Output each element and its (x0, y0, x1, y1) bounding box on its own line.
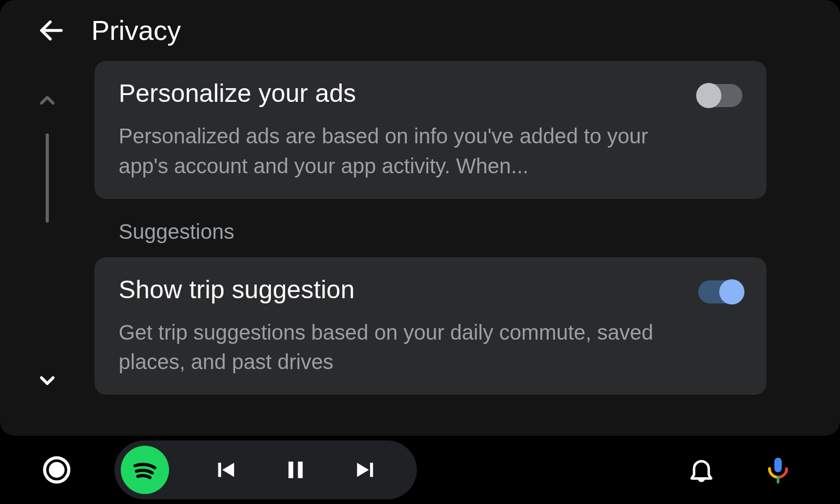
scroll-up-button[interactable] (36, 77, 59, 124)
media-next-button[interactable] (352, 456, 380, 484)
page-title: Privacy (91, 15, 181, 46)
spotify-app-button[interactable] (121, 446, 169, 494)
scrollbar-track[interactable] (46, 128, 49, 353)
assistant-button[interactable] (763, 455, 793, 485)
toggle-knob (719, 279, 744, 304)
pause-icon (281, 456, 310, 484)
microphone-icon (763, 455, 793, 485)
notifications-button[interactable] (687, 455, 716, 485)
media-controls (114, 440, 417, 499)
svg-rect-3 (774, 458, 782, 472)
home-icon (43, 456, 70, 484)
scroll-indicator (0, 61, 94, 436)
svg-rect-2 (298, 461, 303, 478)
setting-description: Personalized ads are based on info you'v… (119, 121, 679, 181)
skip-previous-icon (211, 456, 239, 484)
back-button[interactable] (37, 16, 66, 45)
setting-trip-suggestion[interactable]: Show trip suggestion Get trip suggestion… (94, 257, 766, 395)
setting-personalize-ads[interactable]: Personalize your ads Personalized ads ar… (94, 61, 766, 199)
skip-next-icon (352, 456, 380, 484)
toggle-knob (696, 83, 721, 108)
scroll-down-button[interactable] (36, 357, 59, 404)
home-button[interactable] (41, 454, 72, 486)
settings-list: Personalize your ads Personalized ads ar… (94, 61, 840, 436)
scrollbar-thumb[interactable] (46, 133, 49, 223)
bell-icon (687, 455, 716, 485)
toggle-personalize-ads[interactable] (698, 84, 742, 107)
chevron-up-icon (36, 89, 59, 112)
media-pause-button[interactable] (281, 456, 310, 484)
arrow-left-icon (37, 16, 66, 45)
setting-title: Show trip suggestion (119, 275, 679, 304)
bottom-nav (0, 436, 840, 504)
chevron-down-icon (36, 369, 59, 392)
spotify-icon (128, 453, 162, 487)
toggle-trip-suggestion[interactable] (698, 280, 742, 303)
header: Privacy (0, 0, 840, 61)
setting-title: Personalize your ads (119, 79, 679, 108)
svg-rect-1 (289, 461, 293, 478)
setting-description: Get trip suggestions based on your daily… (119, 318, 679, 377)
section-label-suggestions: Suggestions (119, 220, 766, 244)
media-previous-button[interactable] (211, 456, 239, 484)
